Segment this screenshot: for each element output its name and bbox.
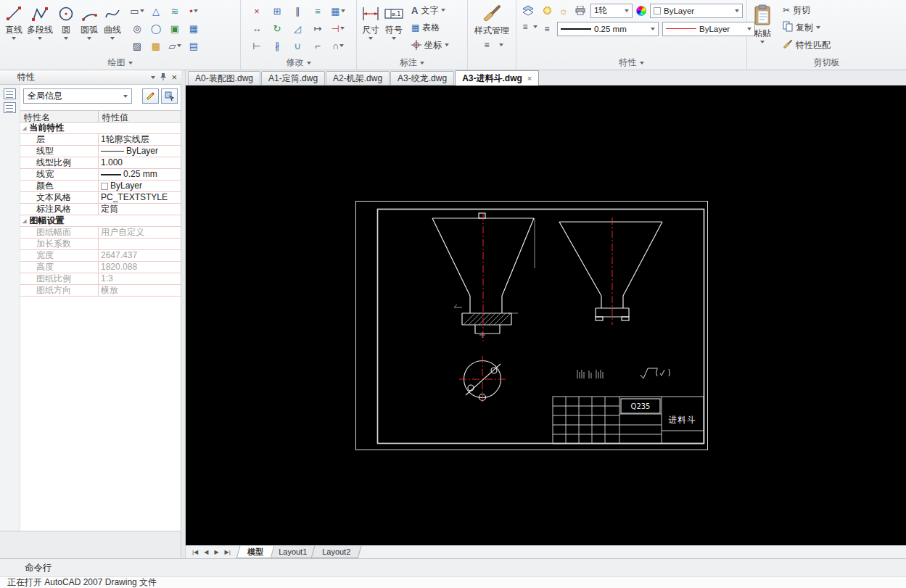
group-expand-icon[interactable] — [128, 62, 133, 65]
doc-tab-a3-hopper[interactable]: A3-进料斗.dwg× — [455, 70, 539, 86]
arc-button[interactable]: 圆弧 — [78, 1, 101, 40]
dimension-button[interactable]: 尺寸 — [359, 1, 382, 40]
close-tab-icon[interactable]: × — [527, 74, 532, 83]
expander-icon[interactable]: ◢ — [22, 218, 26, 224]
layer-on-bulb-icon[interactable] — [540, 4, 553, 17]
lineweight-combo[interactable]: 0.25 mm — [557, 22, 659, 36]
property-row-paper-size[interactable]: 图纸幅面用户自定义 — [20, 227, 181, 239]
ellipse-tool-icon[interactable]: ◯ — [147, 20, 165, 37]
expander-icon[interactable]: ◢ — [22, 125, 26, 131]
property-row-linetype[interactable]: 线型ByLayer — [20, 146, 181, 157]
rotate-icon[interactable]: ↻ — [267, 20, 287, 37]
close-icon[interactable]: × — [171, 72, 177, 83]
scale-icon[interactable]: ◿ — [287, 20, 308, 37]
property-row-lengthen-factor[interactable]: 加长系数 — [20, 239, 181, 250]
doc-tab-a1[interactable]: A1-定筒.dwg — [261, 71, 325, 85]
join-icon[interactable]: ∪ — [287, 37, 308, 54]
property-row-text-style[interactable]: 文本风格PC_TEXTSTYLE — [20, 192, 181, 204]
edit-properties-button[interactable] — [142, 88, 159, 104]
doc-tab-a0[interactable]: A0-装配图.dwg — [188, 71, 260, 85]
dropdown-arrow-icon[interactable] — [533, 25, 538, 28]
extend-icon[interactable]: ⊢ — [247, 37, 267, 54]
command-line-bar[interactable]: 命令行 — [0, 558, 906, 576]
style-manager-button[interactable]: 样式管理 — [473, 1, 511, 37]
doc-tab-a3-auger[interactable]: A3-绞龙.dwg — [390, 71, 454, 85]
gradient-tool-icon[interactable]: ▩ — [147, 37, 165, 54]
break-icon[interactable]: ∦ — [267, 37, 287, 54]
layer-combo[interactable]: 1轮 — [590, 4, 633, 18]
property-row-dim-style[interactable]: 标注风格定筒 — [20, 204, 181, 215]
daylight-icon[interactable]: ☼ — [557, 4, 570, 17]
quick-select-button[interactable] — [161, 88, 178, 104]
line-button[interactable]: 直线 — [2, 1, 25, 40]
model-tab[interactable]: 模型 — [236, 546, 274, 558]
doc-tab-a2[interactable]: A2-机架.dwg — [326, 71, 390, 85]
array-icon[interactable]: ▦ — [328, 2, 348, 20]
property-row-color[interactable]: 颜色ByLayer — [20, 181, 181, 192]
stretch-icon[interactable]: ↦ — [308, 20, 328, 37]
layout2-tab[interactable]: Layout2 — [311, 546, 362, 558]
move-icon[interactable]: ↔ — [247, 20, 267, 37]
next-tab-icon[interactable]: ▶ — [211, 549, 221, 555]
scope-filter-combo[interactable]: 全局信息 — [23, 88, 132, 104]
chamfer-icon[interactable]: ⌐ — [308, 37, 328, 54]
region-tool-icon[interactable]: ▣ — [165, 20, 184, 37]
boundary-tool-icon[interactable]: ▱ — [165, 37, 184, 54]
group-row-sheet-settings[interactable]: ◢图幅设置 — [20, 215, 181, 227]
group-expand-icon[interactable] — [420, 62, 424, 65]
erase-icon[interactable]: × — [247, 2, 267, 20]
polygon-tool-icon[interactable]: △ — [147, 2, 165, 20]
color-wheel-icon[interactable] — [636, 6, 646, 16]
group-expand-icon[interactable] — [640, 62, 644, 65]
property-row-height[interactable]: 高度1820.088 — [20, 262, 181, 273]
palette-tab-properties-icon[interactable] — [4, 102, 16, 113]
mirror-icon[interactable]: ∥ — [287, 2, 308, 20]
property-row-width[interactable]: 宽度2647.437 — [20, 250, 181, 262]
printer-icon[interactable] — [574, 4, 587, 17]
trim-icon[interactable]: ⊣ — [328, 20, 348, 37]
property-row-lineweight[interactable]: 线宽0.25 mm — [20, 169, 181, 181]
group-row-current-properties[interactable]: ◢当前特性 — [20, 123, 181, 134]
rectangle-tool-icon[interactable]: ▭ — [128, 2, 147, 20]
style-dropdown-icon[interactable] — [499, 44, 503, 46]
table-button[interactable]: ▦ 表格 — [408, 19, 452, 36]
layer-settings-icon[interactable] — [521, 4, 535, 18]
list-icon[interactable]: ≡ — [519, 20, 532, 33]
drawing-canvas[interactable]: Q235 进料斗 — [186, 86, 906, 545]
property-row-paper-orientation[interactable]: 图纸方向横放 — [20, 285, 181, 297]
property-row-linetype-scale[interactable]: 线型比例1.000 — [20, 157, 181, 169]
fillet-icon[interactable]: ∩ — [328, 37, 348, 54]
last-tab-icon[interactable]: ▶| — [222, 549, 234, 555]
cut-button[interactable]: ✂ 剪切 — [780, 1, 833, 19]
paste-button[interactable]: 粘贴 — [749, 1, 775, 44]
spline-button[interactable]: 曲线 — [101, 1, 124, 40]
symbol-button[interactable]: ⌀.1 符号 — [382, 1, 405, 40]
revision-cloud-icon[interactable]: ≋ — [165, 2, 184, 20]
text-button[interactable]: A 文字 — [408, 1, 452, 19]
hatch-tool-icon[interactable]: ▨ — [128, 37, 147, 54]
color-combo[interactable]: ByLayer — [650, 4, 743, 18]
prev-tab-icon[interactable]: ◀ — [201, 549, 211, 555]
copy-icon[interactable]: ⊞ — [267, 2, 287, 20]
palette-tab-standard-icon[interactable] — [4, 88, 16, 99]
pin-icon[interactable] — [160, 73, 167, 83]
group-expand-icon[interactable] — [307, 62, 311, 65]
circle-button[interactable]: 圆 — [54, 1, 78, 40]
coordinate-button[interactable]: 坐标 — [408, 36, 452, 54]
style-list-icon[interactable]: ≡ — [480, 38, 493, 51]
property-row-paper-scale[interactable]: 图纸比例1:3 — [20, 273, 181, 285]
polyline-button[interactable]: 多段线 — [25, 1, 54, 40]
property-row-layer[interactable]: 层1轮廓实线层 — [20, 134, 181, 146]
layout1-tab[interactable]: Layout1 — [267, 546, 318, 558]
lineweight-list-icon[interactable]: ≡ — [540, 22, 553, 36]
wipeout-tool-icon[interactable]: ▤ — [184, 37, 203, 54]
first-tab-icon[interactable]: |◀ — [189, 549, 201, 555]
linetype-combo[interactable]: ByLayer — [662, 22, 755, 36]
copy-button[interactable]: 复制 — [780, 19, 833, 36]
table-tool-icon[interactable]: ▦ — [184, 20, 203, 37]
match-properties-button[interactable]: 特性匹配 — [780, 36, 833, 54]
point-tool-icon[interactable]: • — [184, 2, 203, 20]
donut-tool-icon[interactable]: ◎ — [128, 20, 147, 37]
offset-icon[interactable]: ≡ — [308, 2, 328, 20]
palette-menu-icon[interactable] — [151, 76, 155, 79]
